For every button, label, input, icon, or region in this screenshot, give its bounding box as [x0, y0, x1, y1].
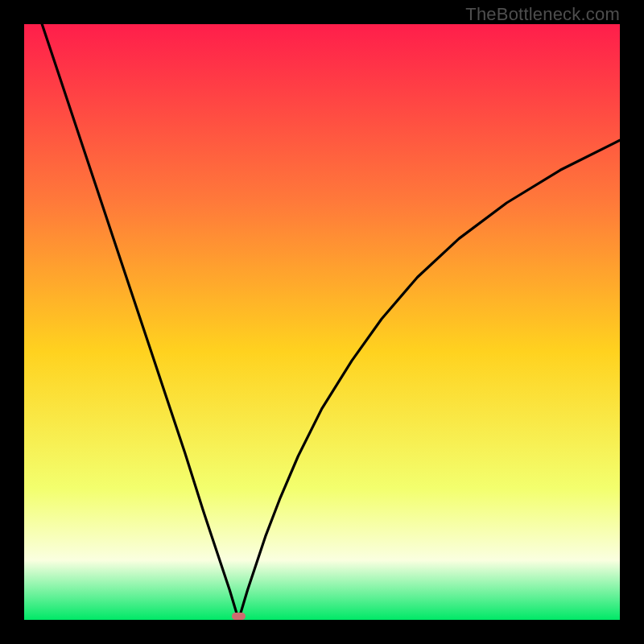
plot-area	[24, 24, 620, 620]
minimum-marker	[232, 613, 245, 620]
chart-frame: TheBottleneck.com	[0, 0, 644, 644]
watermark-text: TheBottleneck.com	[465, 4, 620, 25]
bottleneck-curve	[24, 24, 620, 620]
